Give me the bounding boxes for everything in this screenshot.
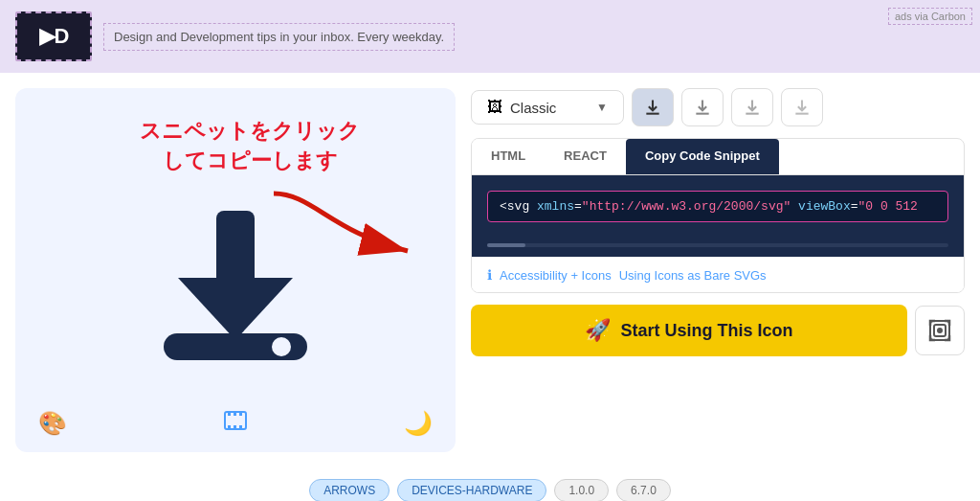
download-png2-btn[interactable] <box>781 88 823 126</box>
tab-react[interactable]: REACT <box>545 139 626 174</box>
palette-icon[interactable]: 🎨 <box>38 410 67 437</box>
code-snippet-line[interactable]: <svg xmlns="http://www.w3.org/2000/svg" … <box>487 191 948 222</box>
svg-rect-11 <box>239 425 242 429</box>
scroll-track[interactable] <box>487 243 948 247</box>
tag-devices-hardware[interactable]: DEVICES-HARDWARE <box>397 479 546 501</box>
svg-rect-10 <box>234 425 236 429</box>
ad-logo-text: ▶D <box>39 24 69 49</box>
ad-left: ▶D Design and Development tips in your i… <box>15 11 455 61</box>
ad-banner: ▶D Design and Development tips in your i… <box>0 0 980 73</box>
svg-point-18 <box>937 328 943 333</box>
footer-tags: ARROWS DEVICES-HARDWARE 1.0.0 6.7.0 <box>0 467 980 501</box>
svg-rect-8 <box>239 412 242 416</box>
tab-copy-snippet[interactable]: Copy Code Snippet <box>626 139 779 174</box>
ad-logo[interactable]: ▶D <box>15 11 92 61</box>
annotation-text: スニペットをクリックしてコピーします <box>140 117 360 176</box>
preview-bottom-icons: 🎨 🌙 <box>15 410 456 437</box>
info-icon: ℹ <box>487 267 492 283</box>
svg-rect-9 <box>228 425 231 429</box>
scroll-bar-area <box>472 238 964 257</box>
download-svg2-btn[interactable] <box>731 88 773 126</box>
ad-carbon-label: ads via Carbon <box>888 8 972 25</box>
chevron-down-icon: ▼ <box>596 101 608 114</box>
style-dropdown-icon: 🖼 <box>487 99 502 116</box>
svg-point-4 <box>272 337 291 356</box>
bare-svg-link[interactable]: Using Icons as Bare SVGs <box>619 268 767 283</box>
main-content: スニペットをクリックしてコピーします <box>0 73 980 467</box>
code-content[interactable]: <svg xmlns="http://www.w3.org/2000/svg" … <box>472 175 964 238</box>
svg-rect-6 <box>228 412 231 416</box>
tag-version-1[interactable]: 1.0.0 <box>554 479 609 501</box>
code-panel: HTML REACT Copy Code Snippet <svg xmlns=… <box>471 138 965 293</box>
svg-rect-7 <box>234 412 236 416</box>
screenshot-button[interactable] <box>915 306 965 355</box>
film-icon[interactable] <box>224 411 247 436</box>
start-btn-label: Start Using This Icon <box>620 321 792 341</box>
rocket-icon: 🚀 <box>585 318 611 343</box>
moon-icon[interactable]: 🌙 <box>404 410 433 437</box>
download-png-btn[interactable] <box>681 88 724 126</box>
tag-arrows[interactable]: ARROWS <box>309 479 390 501</box>
action-row: 🚀 Start Using This Icon <box>471 305 965 356</box>
preview-panel: スニペットをクリックしてコピーします <box>15 88 456 452</box>
ad-text: Design and Development tips in your inbo… <box>103 23 455 51</box>
tag-version-2[interactable]: 6.7.0 <box>616 479 671 501</box>
code-tabs: HTML REACT Copy Code Snippet <box>472 139 964 175</box>
info-row: ℹ Accessibility + Icons Using Icons as B… <box>472 257 964 292</box>
tab-html[interactable]: HTML <box>472 139 545 174</box>
style-dropdown[interactable]: 🖼 Classic ▼ <box>471 90 624 125</box>
download-svg-btn[interactable] <box>632 88 674 126</box>
arrow-graphic <box>255 174 427 289</box>
right-panel: 🖼 Classic ▼ <box>471 88 965 452</box>
style-dropdown-label: Classic <box>510 100 589 116</box>
start-using-button[interactable]: 🚀 Start Using This Icon <box>471 305 907 356</box>
accessibility-link[interactable]: Accessibility + Icons <box>500 268 612 283</box>
scroll-thumb <box>487 243 525 247</box>
style-row: 🖼 Classic ▼ <box>471 88 965 126</box>
